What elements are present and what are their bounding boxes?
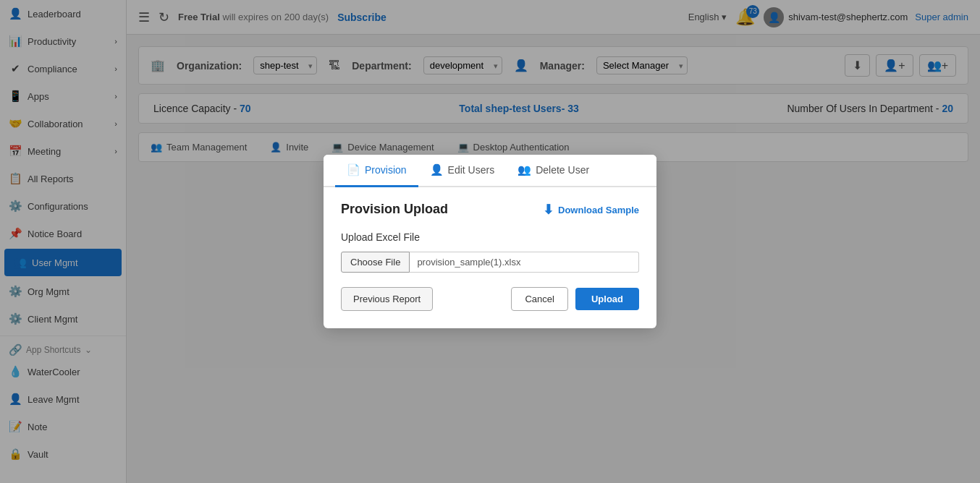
modal-tab-bar: 📄 Provision 👤 Edit Users 👥 Delete User bbox=[324, 155, 656, 187]
download-sample-btn[interactable]: ⬇ Download Sample bbox=[543, 202, 639, 218]
provision-tab-icon: 📄 bbox=[347, 163, 360, 176]
modal-tab-delete-user[interactable]: 👥 Delete User bbox=[506, 155, 601, 187]
modal-tab-provision[interactable]: 📄 Provision bbox=[335, 155, 418, 187]
modal-overlay[interactable]: 📄 Provision 👤 Edit Users 👥 Delete User P… bbox=[127, 0, 980, 483]
modal-actions: Previous Report Cancel Upload bbox=[341, 287, 639, 311]
main-area: ☰ ↻ Free Trial will expires on 200 day(s… bbox=[127, 0, 980, 483]
upload-excel-label: Upload Excel File bbox=[341, 231, 639, 243]
edit-users-tab-icon: 👤 bbox=[430, 163, 444, 176]
download-icon: ⬇ bbox=[543, 202, 554, 218]
file-name-display: provision_sample(1).xlsx bbox=[410, 252, 639, 273]
provision-modal: 📄 Provision 👤 Edit Users 👥 Delete User P… bbox=[324, 155, 656, 328]
modal-title: Provision Upload bbox=[341, 202, 448, 217]
modal-tab-edit-users[interactable]: 👤 Edit Users bbox=[418, 155, 507, 187]
delete-user-tab-icon: 👥 bbox=[518, 163, 531, 176]
previous-report-button[interactable]: Previous Report bbox=[341, 287, 433, 311]
choose-file-button[interactable]: Choose File bbox=[341, 252, 410, 273]
modal-body: Provision Upload ⬇ Download Sample Uploa… bbox=[324, 187, 656, 328]
cancel-button[interactable]: Cancel bbox=[511, 287, 567, 311]
upload-button[interactable]: Upload bbox=[575, 288, 639, 310]
file-input-row: Choose File provision_sample(1).xlsx bbox=[341, 252, 639, 273]
